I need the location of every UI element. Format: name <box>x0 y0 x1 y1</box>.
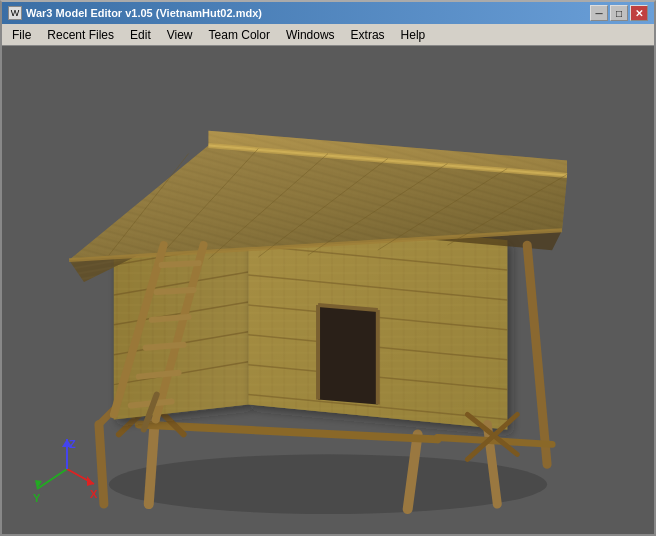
close-button[interactable]: ✕ <box>630 5 648 21</box>
svg-line-62 <box>152 317 189 320</box>
menu-help[interactable]: Help <box>393 25 434 45</box>
svg-line-64 <box>139 373 179 377</box>
menu-view[interactable]: View <box>159 25 201 45</box>
svg-text:X: X <box>90 488 98 500</box>
svg-text:Z: Z <box>69 438 76 450</box>
svg-point-14 <box>109 454 547 514</box>
app-icon: W <box>8 6 22 20</box>
menu-file[interactable]: File <box>4 25 39 45</box>
menu-recent-files[interactable]: Recent Files <box>39 25 122 45</box>
main-window: W War3 Model Editor v1.05 (VietnamHut02.… <box>0 0 656 536</box>
menu-extras[interactable]: Extras <box>343 25 393 45</box>
maximize-button[interactable]: □ <box>610 5 628 21</box>
svg-line-63 <box>146 345 184 348</box>
svg-line-72 <box>37 469 67 489</box>
svg-text:Y: Y <box>33 492 41 504</box>
title-bar: W War3 Model Editor v1.05 (VietnamHut02.… <box>2 2 654 24</box>
svg-line-61 <box>157 290 194 292</box>
svg-marker-37 <box>318 305 378 405</box>
menu-edit[interactable]: Edit <box>122 25 159 45</box>
axis-indicator: Y X Z <box>32 434 102 504</box>
menu-windows[interactable]: Windows <box>278 25 343 45</box>
svg-line-60 <box>162 263 199 265</box>
svg-line-66 <box>527 245 547 464</box>
window-controls: ─ □ ✕ <box>590 5 648 21</box>
menu-team-color[interactable]: Team Color <box>201 25 278 45</box>
minimize-button[interactable]: ─ <box>590 5 608 21</box>
title-bar-left: W War3 Model Editor v1.05 (VietnamHut02.… <box>8 6 262 20</box>
menu-bar: File Recent Files Edit View Team Color W… <box>2 24 654 46</box>
window-title: War3 Model Editor v1.05 (VietnamHut02.md… <box>26 7 262 19</box>
viewport-3d[interactable]: Y X Z <box>2 46 654 534</box>
